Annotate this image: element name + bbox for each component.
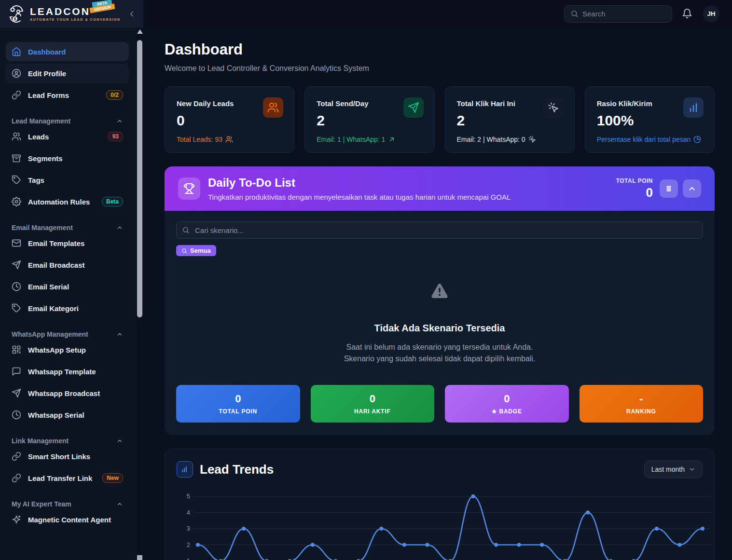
chevron-up-icon <box>116 501 123 507</box>
scrollbar-thumb[interactable] <box>137 40 142 317</box>
todo-collapse-button[interactable] <box>683 179 701 198</box>
send-icon <box>12 260 21 270</box>
beta-version-badge: BETA VERSION <box>90 1 115 11</box>
sidebar-item-email-templates[interactable]: Email Templates <box>6 233 129 253</box>
svg-text:$: $ <box>14 16 16 21</box>
sidebar-item-whatsapp-serial[interactable]: Whatsapp Serial <box>6 405 129 424</box>
tag-icon <box>12 303 21 313</box>
todo-header-text: Daily To-Do List Tingkatkan produktivita… <box>208 176 511 201</box>
empty-state-line1: Saat ini belum ada skenario yang tersedi… <box>176 341 703 353</box>
chat-bubble-icon <box>12 367 21 376</box>
sidebar-scrollbar[interactable] <box>136 27 143 560</box>
period-dropdown[interactable]: Last month <box>644 461 703 478</box>
sidebar-section-lead-management[interactable]: Lead Management <box>6 114 129 127</box>
brand-tagline: AUTOMATE YOUR LEAD & CONVERSION <box>30 18 121 21</box>
search-input[interactable] <box>582 10 666 18</box>
chevron-left-icon <box>127 10 136 18</box>
score-box-ranking: - RANKING <box>580 385 704 423</box>
score-label: TOTAL POIN <box>219 408 257 415</box>
stat-footer: Email: 2 | WhatsApp: 0 <box>457 136 563 143</box>
sidebar-section-email-management[interactable]: Email Management <box>6 221 129 233</box>
qr-code-icon <box>12 345 21 355</box>
send-icon <box>12 388 21 398</box>
gear-icon <box>12 197 21 206</box>
sidebar-item-label: Smart Short Links <box>28 452 90 461</box>
stat-footer-text: Email: 1 | WhatsApp: 1 <box>317 136 385 143</box>
scenario-search <box>176 221 703 239</box>
sidebar-collapse-button[interactable] <box>126 8 138 20</box>
lead-transfer-new-badge: New <box>102 473 123 483</box>
mail-icon <box>12 238 21 248</box>
sidebar-item-automation-rules[interactable]: Automation Rules Beta <box>6 192 129 211</box>
sidebar-item-email-broadcast[interactable]: Email Broadcast <box>6 255 129 274</box>
score-label: HARI AKTIF <box>354 408 391 415</box>
sidebar-item-tags[interactable]: Tags <box>6 170 129 190</box>
sidebar-item-leads[interactable]: Leads 93 <box>6 127 129 146</box>
user-avatar[interactable]: JH <box>703 6 719 22</box>
trends-chart-area: 54321 <box>177 489 703 560</box>
total-poin-label: TOTAL POIN <box>616 178 653 184</box>
score-box-hari-aktif: 0 HARI AKTIF <box>311 385 435 423</box>
sidebar-item-label: Lead Forms <box>28 91 69 99</box>
stat-footer-text: Total Leads: 93 <box>177 136 222 143</box>
sidebar-item-label: Edit Profile <box>28 69 66 78</box>
trophy-icon <box>178 178 200 200</box>
sidebar: $ LEADCON AUTOMATE YOUR LEAD & CONVERSIO… <box>0 0 143 560</box>
section-title: Lead Management <box>12 117 70 125</box>
sidebar-item-email-serial[interactable]: Email Serial <box>6 277 129 296</box>
leads-count-badge: 93 <box>108 132 123 141</box>
score-value: 0 <box>235 393 241 405</box>
total-poin-value: 0 <box>616 185 653 200</box>
stat-card-new-daily-leads: New Daily Leads 0 Total Leads: 93 <box>165 86 294 153</box>
section-title: WhatsApp Management <box>12 330 88 338</box>
clock-icon <box>12 282 21 291</box>
sidebar-section-link-management[interactable]: Link Management <box>6 434 129 447</box>
archive-icon <box>12 153 21 163</box>
sidebar-item-whatsapp-setup[interactable]: WhatsApp Setup <box>6 340 129 359</box>
sidebar-item-label: Magnetic Content Agent <box>28 516 111 524</box>
sidebar-item-dashboard[interactable]: Dashboard <box>6 42 129 61</box>
chevron-up-icon <box>688 184 696 193</box>
trends-title: Lead Trends <box>200 462 274 477</box>
page-content: Dashboard Welcome to Lead Controller & C… <box>143 27 732 560</box>
sidebar-item-label: Email Templates <box>28 239 84 247</box>
scrollbar-down-arrow-icon[interactable] <box>137 555 142 560</box>
period-label: Last month <box>651 465 685 473</box>
bell-icon <box>682 8 692 19</box>
sidebar-item-lead-forms[interactable]: Lead Forms 0/2 <box>6 85 129 105</box>
automation-beta-badge: Beta <box>102 197 123 206</box>
users-icon <box>263 97 283 118</box>
section-title: Email Management <box>12 224 73 232</box>
sidebar-section-whatsapp-management[interactable]: WhatsApp Management <box>6 328 129 340</box>
svg-text:4: 4 <box>187 509 190 516</box>
total-poin-block: TOTAL POIN 0 <box>616 178 653 200</box>
pie-chart-icon <box>693 136 701 143</box>
scrollbar-up-arrow-icon[interactable] <box>137 29 143 34</box>
mouse-pointer-click-icon <box>528 136 536 143</box>
chevron-down-icon <box>689 466 695 473</box>
sidebar-item-edit-profile[interactable]: Edit Profile <box>6 64 129 83</box>
sidebar-item-magnetic-content-agent[interactable]: Magnetic Content Agent <box>6 510 129 529</box>
sidebar-section-my-ai-expert-team[interactable]: My AI Expert Team <box>6 497 129 510</box>
sidebar-item-whatsapp-template[interactable]: Whatsapp Template <box>6 362 129 381</box>
lead-trends-card: Lead Trends Last month 54321 <box>165 449 715 560</box>
sidebar-item-lead-transfer-link[interactable]: Lead Transfer Link New <box>6 468 129 488</box>
notifications-button[interactable] <box>682 8 693 20</box>
svg-text:3: 3 <box>187 525 190 532</box>
todo-list-view-button[interactable] <box>660 179 678 198</box>
sidebar-item-email-kategori[interactable]: Email Kategori <box>6 299 129 318</box>
stat-footer-text: Persentase klik dari total pesan <box>597 136 691 143</box>
chevron-up-icon <box>116 224 123 231</box>
sidebar-item-smart-short-links[interactable]: Smart Short Links <box>6 447 129 466</box>
scenario-search-input[interactable] <box>176 221 703 239</box>
sidebar-item-label: Segments <box>28 154 63 163</box>
empty-state-text: Saat ini belum ada skenario yang tersedi… <box>176 341 703 365</box>
sidebar-item-label: WhatsApp Setup <box>28 346 86 354</box>
mouse-pointer-click-icon <box>543 97 564 118</box>
sidebar-item-segments[interactable]: Segments <box>6 149 129 168</box>
stats-row: New Daily Leads 0 Total Leads: 93 Total … <box>165 86 715 153</box>
filter-chip-semua[interactable]: Semua <box>176 245 216 256</box>
sidebar-item-label: Tags <box>28 176 44 184</box>
sidebar-item-whatsapp-broadcast[interactable]: Whatsapp Broadcast <box>6 383 129 403</box>
global-search <box>564 5 672 23</box>
